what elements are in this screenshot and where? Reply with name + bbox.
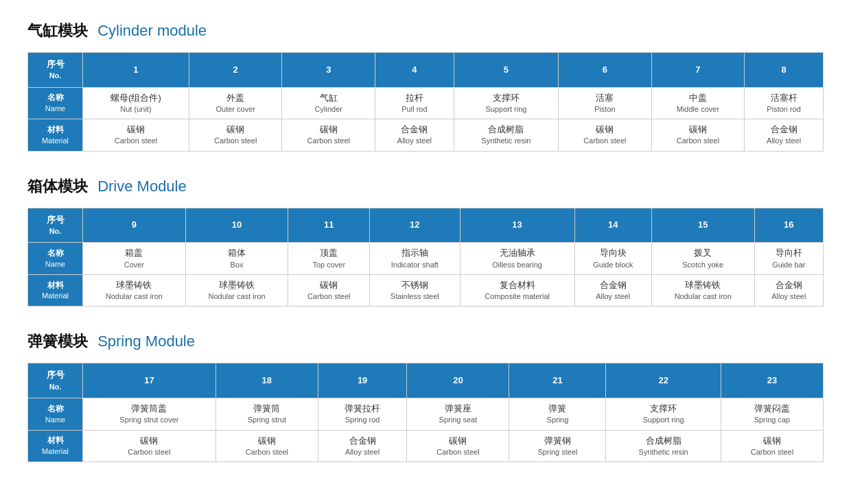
- data-cell: 导向块Guide block: [574, 243, 651, 275]
- data-cell: 指示轴Indicator shaft: [370, 243, 460, 275]
- drive-title-cn: 箱体模块: [27, 178, 88, 195]
- data-cell: 不锈钢Stainless steel: [370, 274, 460, 307]
- header-number-cell: 16: [754, 208, 823, 243]
- header-number-cell: 23: [721, 363, 823, 398]
- data-cell: 合金钢Alloy steel: [318, 430, 407, 462]
- data-cell: 活塞Piston: [559, 87, 652, 119]
- data-cell: 导向杆Guide bar: [754, 243, 823, 275]
- data-cell: 弹簧Spring: [509, 398, 606, 431]
- drive-title-en: Drive Module: [97, 178, 187, 195]
- data-cell: 外盖Outer cover: [189, 87, 282, 119]
- data-cell: 弹簧筒盖Spring strut cover: [83, 398, 216, 431]
- data-cell: 合金钢Alloy steel: [745, 119, 824, 152]
- data-cell: 合成树脂Synthetic resin: [606, 430, 721, 462]
- data-cell: 弹簧钢Spring steel: [509, 430, 606, 462]
- header-number-cell: 8: [745, 53, 824, 88]
- table-row: 材料Material球墨铸铁Nodular cast iron球墨铸铁Nodul…: [28, 274, 824, 307]
- header-number-cell: 17: [83, 363, 216, 398]
- header-number-cell: 11: [288, 208, 370, 243]
- row-label-cell: 名称Name: [28, 87, 83, 119]
- row-label-cell: 材料Material: [28, 274, 83, 307]
- no-label-cell: 序号No.: [28, 53, 83, 88]
- header-number-cell: 14: [574, 208, 651, 243]
- drive-table: 序号No.910111213141516名称Name箱盖Cover箱体Box顶盖…: [27, 208, 824, 307]
- header-number-cell: 1: [83, 53, 189, 88]
- data-cell: 碳钢Carbon steel: [282, 119, 375, 152]
- table-header-row: 序号No.17181920212223: [28, 363, 824, 398]
- table-header-row: 序号No.910111213141516: [28, 208, 824, 243]
- spring-module-title: 弹簧模块 Spring Module: [27, 331, 824, 352]
- data-cell: 合成树脂Synthetic resin: [454, 119, 558, 152]
- data-cell: 弹簧座Spring seat: [407, 398, 509, 431]
- data-cell: 箱盖Cover: [83, 243, 186, 275]
- data-cell: 合金钢Alloy steel: [375, 119, 454, 152]
- table-header-row: 序号No.12345678: [28, 53, 824, 88]
- data-cell: 球墨铸铁Nodular cast iron: [83, 274, 186, 307]
- no-label-cell: 序号No.: [28, 363, 83, 398]
- spring-title-en: Spring Module: [97, 333, 195, 350]
- header-number-cell: 21: [509, 363, 606, 398]
- table-row: 名称Name弹簧筒盖Spring strut cover弹簧筒Spring st…: [28, 398, 824, 431]
- header-number-cell: 12: [370, 208, 460, 243]
- header-number-cell: 13: [460, 208, 574, 243]
- header-number-cell: 10: [185, 208, 288, 243]
- data-cell: 碳钢Carbon steel: [559, 119, 652, 152]
- drive-module-title: 箱体模块 Drive Module: [27, 176, 824, 197]
- data-cell: 复合材料Composite material: [460, 274, 574, 307]
- header-number-cell: 3: [282, 53, 375, 88]
- data-cell: 合金钢Alloy steel: [574, 274, 651, 307]
- cylinder-module-title: 气缸模块 Cylinder module: [27, 21, 824, 41]
- header-number-cell: 19: [318, 363, 407, 398]
- data-cell: 弹簧筒Spring strut: [215, 398, 318, 431]
- data-cell: 碳钢Carbon steel: [189, 119, 282, 152]
- header-number-cell: 20: [407, 363, 509, 398]
- cylinder-title-cn: 气缸模块: [27, 22, 88, 39]
- data-cell: 活塞杆Piston rod: [745, 87, 824, 119]
- cylinder-title-en: Cylinder module: [97, 22, 207, 39]
- data-cell: 碳钢Carbon steel: [83, 430, 216, 462]
- drive-module-section: 箱体模块 Drive Module 序号No.910111213141516名称…: [27, 176, 824, 307]
- header-number-cell: 15: [651, 208, 754, 243]
- data-cell: 箱体Box: [185, 243, 288, 275]
- data-cell: 碳钢Carbon steel: [407, 430, 509, 462]
- data-cell: 支撑环Support ring: [606, 398, 721, 431]
- row-label-cell: 材料Material: [28, 430, 83, 462]
- data-cell: 中盖Middle cover: [651, 87, 745, 119]
- data-cell: 拉杆Pull rod: [375, 87, 454, 119]
- data-cell: 拨叉Scotch yoke: [651, 243, 754, 275]
- data-cell: 碳钢Carbon steel: [651, 119, 745, 152]
- table-row: 名称Name螺母(组合件)Nut (unit)外盖Outer cover气缸Cy…: [28, 87, 824, 119]
- header-number-cell: 5: [454, 53, 558, 88]
- header-number-cell: 6: [559, 53, 652, 88]
- data-cell: 碳钢Carbon steel: [83, 119, 189, 152]
- row-label-cell: 名称Name: [28, 398, 83, 431]
- data-cell: 无油轴承Oilless bearing: [460, 243, 574, 275]
- table-row: 名称Name箱盖Cover箱体Box顶盖Top cover指示轴Indicato…: [28, 243, 824, 275]
- data-cell: 弹簧拉杆Spring rod: [318, 398, 407, 431]
- cylinder-table: 序号No.12345678名称Name螺母(组合件)Nut (unit)外盖Ou…: [27, 52, 824, 152]
- cylinder-module-section: 气缸模块 Cylinder module 序号No.12345678名称Name…: [27, 21, 824, 152]
- header-number-cell: 4: [375, 53, 454, 88]
- data-cell: 球墨铸铁Nodular cast iron: [185, 274, 288, 307]
- data-cell: 碳钢Carbon steel: [288, 274, 370, 307]
- data-cell: 碳钢Carbon steel: [721, 430, 823, 462]
- data-cell: 合金钢Alloy steel: [754, 274, 823, 307]
- spring-table: 序号No.17181920212223名称Name弹簧筒盖Spring stru…: [27, 363, 824, 462]
- spring-title-cn: 弹簧模块: [27, 333, 88, 350]
- data-cell: 螺母(组合件)Nut (unit): [83, 87, 189, 119]
- table-row: 材料Material碳钢Carbon steel碳钢Carbon steel碳钢…: [28, 119, 824, 152]
- no-label-cell: 序号No.: [28, 208, 83, 243]
- data-cell: 碳钢Carbon steel: [215, 430, 318, 462]
- data-cell: 支撑环Support ring: [454, 87, 558, 119]
- data-cell: 顶盖Top cover: [288, 243, 370, 275]
- header-number-cell: 18: [215, 363, 318, 398]
- row-label-cell: 材料Material: [28, 119, 83, 152]
- header-number-cell: 22: [606, 363, 721, 398]
- data-cell: 弹簧闷盖Spring cap: [721, 398, 823, 431]
- header-number-cell: 9: [83, 208, 186, 243]
- table-row: 材料Material碳钢Carbon steel碳钢Carbon steel合金…: [28, 430, 824, 462]
- header-number-cell: 7: [651, 53, 745, 88]
- spring-module-section: 弹簧模块 Spring Module 序号No.17181920212223名称…: [27, 331, 824, 462]
- data-cell: 球墨铸铁Nodular cast iron: [651, 274, 754, 307]
- data-cell: 气缸Cylinder: [282, 87, 375, 119]
